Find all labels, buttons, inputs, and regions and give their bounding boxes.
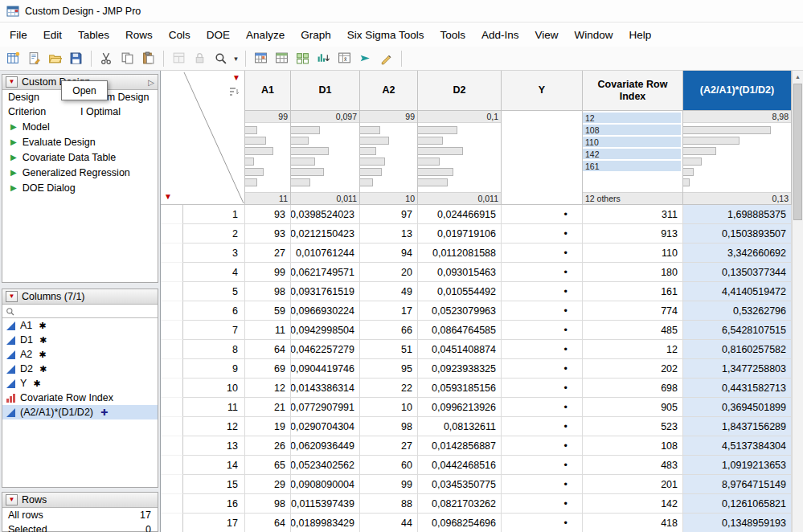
row-number[interactable]: 11 xyxy=(183,398,245,417)
row-number[interactable]: 4 xyxy=(183,263,245,282)
script-item-model[interactable]: ▶Model xyxy=(2,119,158,134)
cell-covariate-row-index[interactable]: 311 xyxy=(583,205,683,224)
cell-a2-a1-d1-d2[interactable]: 1,0919213653 xyxy=(683,456,792,475)
column-item-y[interactable]: Y✱ xyxy=(2,376,158,391)
column-header-a2-a1-d1-d2[interactable]: (A2/A1)*(D1/D2) xyxy=(683,71,792,111)
cell-d1[interactable]: 0,0143386314 xyxy=(291,379,360,398)
cell-y[interactable]: • xyxy=(502,456,583,475)
red-triangle-menu-icon[interactable]: ▼ xyxy=(6,494,18,505)
column-item-a2[interactable]: A2✱ xyxy=(2,347,158,362)
cell-a1[interactable]: 65 xyxy=(245,456,291,475)
cell-a1[interactable]: 93 xyxy=(245,205,291,224)
cell-d2[interactable]: 0,093015463 xyxy=(418,263,502,282)
row-gutter[interactable] xyxy=(161,475,183,494)
cell-a2-a1-d1-d2[interactable]: 3,342660692 xyxy=(683,243,792,263)
cell-a2-a1-d1-d2[interactable]: 0,1350377344 xyxy=(683,263,792,282)
cell-y[interactable]: • xyxy=(502,321,583,340)
cell-a1[interactable]: 64 xyxy=(245,514,291,532)
cell-d1[interactable]: 0,0904419746 xyxy=(291,359,360,379)
cell-a2[interactable]: 98 xyxy=(360,417,418,436)
toolbar-new-journal-button[interactable] xyxy=(24,48,44,68)
row-number[interactable]: 6 xyxy=(183,301,245,321)
cell-a2-a1-d1-d2[interactable]: 6,5428107515 xyxy=(683,321,792,340)
menu-item-edit[interactable]: Edit xyxy=(35,23,70,47)
cell-a2[interactable]: 27 xyxy=(360,436,418,456)
cell-a2-a1-d1-d2[interactable]: 0,3694501899 xyxy=(683,398,792,417)
toolbar-data-table-colored-button[interactable] xyxy=(251,48,271,68)
cell-a1[interactable]: 59 xyxy=(245,301,291,321)
cell-covariate-row-index[interactable]: 108 xyxy=(583,436,683,456)
toolbar-join-arrow-button[interactable] xyxy=(355,48,375,68)
column-header-y[interactable]: Y xyxy=(502,71,583,111)
histogram-a1[interactable]: 9911 xyxy=(245,111,291,205)
column-item-a1[interactable]: A1✱ xyxy=(2,318,158,333)
toolbar-sort-columns-button[interactable] xyxy=(313,48,334,68)
row-number[interactable]: 12 xyxy=(183,417,245,436)
histogram-a2-a1-d1-d2[interactable]: 8,980,13 xyxy=(683,111,792,205)
cell-d1[interactable]: 0,0523402562 xyxy=(291,456,360,475)
row-gutter[interactable] xyxy=(161,263,183,282)
cell-y[interactable]: • xyxy=(502,224,583,243)
cell-d1[interactable]: 0,0942998504 xyxy=(291,321,360,340)
cell-a2-a1-d1-d2[interactable]: 0,53262796 xyxy=(683,301,792,321)
script-item-evaluate-design[interactable]: ▶Evaluate Design xyxy=(2,134,158,149)
toolbar-summary-table-button[interactable] xyxy=(272,48,292,68)
cell-d1[interactable]: 0,0212150423 xyxy=(291,224,360,243)
columns-menu-icon[interactable]: ▼ xyxy=(232,74,240,82)
cell-d1[interactable]: 0,0966930224 xyxy=(291,301,360,321)
toolbar-open-button[interactable] xyxy=(45,48,65,68)
column-header-d1[interactable]: D1 xyxy=(291,71,360,111)
toolbar-formula-editor-button[interactable] xyxy=(376,48,396,68)
row-gutter[interactable] xyxy=(161,436,183,456)
row-gutter[interactable] xyxy=(161,243,183,263)
cell-a2[interactable]: 95 xyxy=(360,359,418,379)
collapse-arrow-icon[interactable]: ▷ xyxy=(148,78,154,87)
menu-item-rows[interactable]: Rows xyxy=(117,23,161,47)
cell-d1[interactable]: 0,0621749571 xyxy=(291,263,360,282)
cell-a1[interactable]: 11 xyxy=(245,321,291,340)
cell-covariate-row-index[interactable]: 523 xyxy=(583,417,683,436)
cell-d2[interactable]: 0,0864764585 xyxy=(418,321,502,340)
cell-a2[interactable]: 97 xyxy=(360,205,418,224)
cell-d2[interactable]: 0,019719106 xyxy=(418,224,502,243)
menu-item-view[interactable]: View xyxy=(527,23,567,47)
menu-item-window[interactable]: Window xyxy=(567,23,621,47)
row-gutter[interactable] xyxy=(161,205,183,224)
row-number[interactable]: 17 xyxy=(183,514,245,532)
cell-d1[interactable]: 0,0931761519 xyxy=(291,282,360,301)
row-number[interactable]: 5 xyxy=(183,282,245,301)
histogram-d1[interactable]: 0,0970,011 xyxy=(291,111,360,205)
cell-covariate-row-index[interactable]: 483 xyxy=(583,456,683,475)
toolbar-cut-button[interactable] xyxy=(96,48,117,68)
cell-d2[interactable]: 0,0451408874 xyxy=(418,340,502,359)
row-number[interactable]: 2 xyxy=(183,224,245,243)
cell-a2[interactable]: 94 xyxy=(360,243,418,263)
cell-d1[interactable]: 0,0772907991 xyxy=(291,398,360,417)
cell-d2[interactable]: 0,0821703262 xyxy=(418,494,502,514)
row-number[interactable]: 9 xyxy=(183,359,245,379)
histogram-a2[interactable]: 9910 xyxy=(360,111,418,205)
cell-a1[interactable]: 69 xyxy=(245,359,291,379)
cell-y[interactable]: • xyxy=(502,475,583,494)
row-gutter[interactable] xyxy=(161,494,183,514)
cell-a1[interactable]: 64 xyxy=(245,340,291,359)
cell-d1[interactable]: 0,0290704304 xyxy=(291,417,360,436)
cell-a1[interactable]: 98 xyxy=(245,282,291,301)
cell-y[interactable]: • xyxy=(502,398,583,417)
cell-a2[interactable]: 88 xyxy=(360,494,418,514)
cell-a2[interactable]: 49 xyxy=(360,282,418,301)
cell-a1[interactable]: 93 xyxy=(245,224,291,243)
menu-item-cols[interactable]: Cols xyxy=(161,23,199,47)
cell-d1[interactable]: 0,0189983429 xyxy=(291,514,360,532)
cell-covariate-row-index[interactable]: 201 xyxy=(583,475,683,494)
cell-a1[interactable]: 27 xyxy=(245,243,291,263)
menu-item-help[interactable]: Help xyxy=(621,23,660,47)
cell-a2[interactable]: 99 xyxy=(360,475,418,494)
menu-item-six-sigma-tools[interactable]: Six Sigma Tools xyxy=(339,23,432,47)
cell-y[interactable]: • xyxy=(502,282,583,301)
scrollbar-thumb[interactable] xyxy=(793,84,802,220)
column-item-a2-a1-d1-d2[interactable]: (A2/A1)*(D1/D2)✚ xyxy=(2,405,158,419)
cell-a2[interactable]: 51 xyxy=(360,340,418,359)
row-gutter[interactable] xyxy=(161,224,183,243)
row-gutter[interactable] xyxy=(161,301,183,321)
